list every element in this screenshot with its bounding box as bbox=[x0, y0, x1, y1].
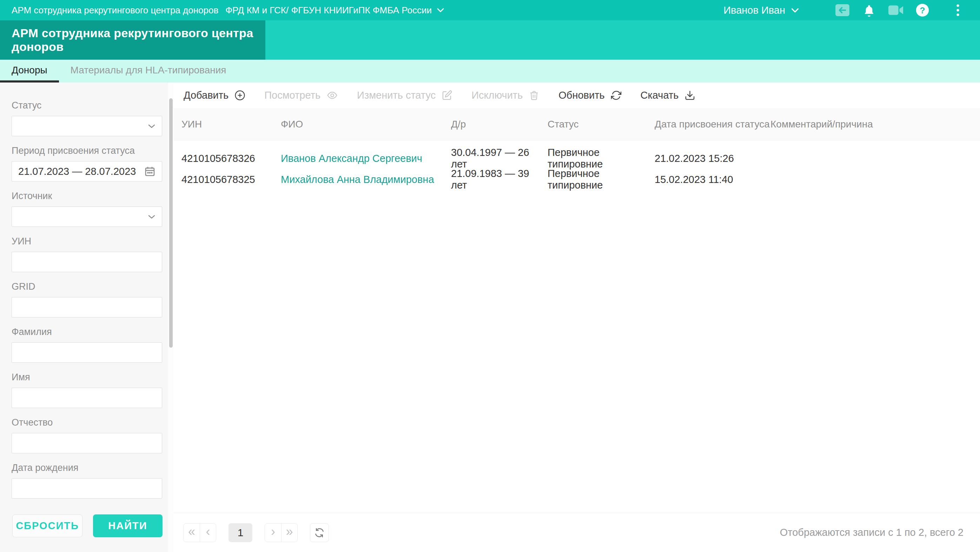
column-header-status-date: Дата присвоения статуса bbox=[655, 119, 770, 130]
firstname-label: Имя bbox=[11, 372, 162, 383]
cell-uin: 4210105678325 bbox=[181, 174, 281, 185]
tab-strip: Доноры Материалы для HLA-типирования bbox=[0, 60, 980, 83]
filter-actions: СБРОСИТЬ НАЙТИ bbox=[12, 514, 162, 537]
page-title: АРМ сотрудника рекрутингового центра дон… bbox=[11, 26, 266, 54]
edit-icon bbox=[442, 90, 452, 101]
filters-sidebar: Статус Период присвоения статуса 21.07.2… bbox=[0, 83, 174, 552]
tab-hla-materials[interactable]: Материалы для HLA-типирования bbox=[59, 60, 238, 83]
change-status-button[interactable]: Изменить статус bbox=[357, 89, 452, 101]
prev-page-button[interactable]: ‹ bbox=[200, 523, 216, 542]
view-button[interactable]: Посмотреть bbox=[264, 89, 338, 101]
add-button[interactable]: Добавить bbox=[184, 89, 245, 101]
table-row[interactable]: 4210105678326 Иванов Александр Сергеевич… bbox=[174, 147, 980, 168]
tab-label: Доноры bbox=[11, 65, 48, 76]
status-label: Статус bbox=[11, 100, 162, 111]
table-row[interactable]: 4210105678325 Михайлова Анна Владимировн… bbox=[174, 168, 980, 189]
cell-status-date: 15.02.2023 11:40 bbox=[655, 174, 770, 185]
chevron-down-icon bbox=[148, 215, 156, 219]
sidebar-scrollbar-thumb[interactable] bbox=[169, 98, 173, 348]
donor-name-link[interactable]: Иванов Александр Сергеевич bbox=[281, 153, 422, 164]
top-app-bar: АРМ сотрудника рекрутингового центра дон… bbox=[0, 0, 980, 20]
table-footer: « ‹ 1 › » Отображаются записи с 1 по 2, … bbox=[174, 513, 980, 552]
pagination-forward-group: › » bbox=[265, 523, 298, 542]
video-camera-icon[interactable] bbox=[888, 2, 904, 18]
lastname-label: Фамилия bbox=[11, 327, 162, 337]
calendar-icon[interactable] bbox=[144, 166, 156, 177]
firstname-input[interactable] bbox=[11, 388, 162, 408]
trash-icon bbox=[528, 90, 539, 101]
user-name: Иванов Иван bbox=[724, 5, 785, 16]
birthdate-label: Дата рождения bbox=[11, 463, 162, 473]
table-body: 4210105678326 Иванов Александр Сергеевич… bbox=[174, 140, 980, 189]
find-button[interactable]: НАЙТИ bbox=[93, 514, 162, 537]
button-label: Посмотреть bbox=[264, 89, 320, 101]
refresh-button[interactable]: Обновить bbox=[558, 89, 621, 101]
button-label: Изменить статус bbox=[357, 89, 436, 101]
grid-label: GRID bbox=[11, 281, 162, 292]
tab-label: Материалы для HLA-типирования bbox=[70, 65, 226, 76]
first-page-button[interactable]: « bbox=[184, 523, 200, 542]
last-page-button[interactable]: » bbox=[281, 523, 297, 542]
button-label: Обновить bbox=[558, 89, 605, 101]
column-header-dob: Д/р bbox=[451, 119, 547, 130]
lastname-input[interactable] bbox=[11, 342, 162, 363]
column-header-comment: Комментарий/причина bbox=[770, 119, 980, 130]
grid-input[interactable] bbox=[11, 297, 162, 317]
button-label: Добавить bbox=[184, 89, 229, 101]
download-button[interactable]: Скачать bbox=[641, 89, 696, 101]
status-select[interactable] bbox=[11, 116, 162, 136]
svg-text:?: ? bbox=[920, 6, 925, 15]
button-label: Скачать bbox=[641, 89, 679, 101]
uin-input[interactable] bbox=[11, 252, 162, 272]
exit-folder-icon[interactable] bbox=[834, 2, 851, 18]
period-label: Период присвоения статуса bbox=[11, 145, 162, 156]
cell-status: Первичное типировние bbox=[547, 147, 655, 170]
cell-dob: 21.09.1983 — 39 лет bbox=[451, 168, 547, 191]
refresh-icon bbox=[611, 90, 622, 101]
donor-name-link[interactable]: Михайлова Анна Владимировна bbox=[281, 174, 434, 185]
uin-label: УИН bbox=[11, 236, 162, 247]
next-page-button[interactable]: › bbox=[265, 523, 281, 542]
button-label: Исключить bbox=[471, 89, 523, 101]
table-toolbar: Добавить Посмотреть Изменить статус Искл… bbox=[174, 83, 980, 108]
download-icon bbox=[684, 90, 695, 101]
user-menu[interactable]: Иванов Иван bbox=[724, 5, 799, 16]
header-band: АРМ сотрудника рекрутингового центра дон… bbox=[0, 20, 980, 60]
filters-form: Статус Период присвоения статуса 21.07.2… bbox=[0, 83, 174, 499]
cell-status-date: 21.02.2023 15:26 bbox=[655, 153, 770, 164]
source-select[interactable] bbox=[11, 206, 162, 227]
refresh-icon bbox=[314, 527, 325, 538]
topbar-actions: Иванов Иван ? bbox=[724, 2, 966, 18]
tab-donors[interactable]: Доноры bbox=[0, 60, 59, 83]
records-summary: Отображаются записи с 1 по 2, всего 2 bbox=[780, 527, 964, 538]
sidebar-scrollbar-track[interactable] bbox=[168, 83, 174, 552]
topbar-org-name: ФРД КМ и ГСК/ ФГБУН КНИИГиПК ФМБА России bbox=[225, 5, 432, 16]
chevron-down-icon bbox=[148, 124, 156, 129]
main-area: Статус Период присвоения статуса 21.07.2… bbox=[0, 83, 980, 552]
pagination-back-group: « ‹ bbox=[183, 523, 216, 542]
content-area: Добавить Посмотреть Изменить статус Искл… bbox=[174, 83, 980, 552]
reload-table-button[interactable] bbox=[310, 523, 329, 542]
cell-uin: 4210105678326 bbox=[181, 153, 281, 164]
topbar-titles: АРМ сотрудника рекрутингового центра дон… bbox=[11, 5, 444, 16]
birthdate-input[interactable] bbox=[11, 478, 162, 499]
column-header-uin: УИН bbox=[181, 119, 281, 130]
chevron-down-icon bbox=[437, 8, 444, 13]
period-date-range-input[interactable]: 21.07.2023 — 28.07.2023 bbox=[11, 161, 162, 182]
reset-button[interactable]: СБРОСИТЬ bbox=[12, 514, 83, 537]
topbar-app-title: АРМ сотрудника рекрутингового центра дон… bbox=[11, 5, 218, 16]
exclude-button[interactable]: Исключить bbox=[471, 89, 539, 101]
period-value: 21.07.2023 — 28.07.2023 bbox=[18, 166, 136, 177]
org-selector[interactable]: ФРД КМ и ГСК/ ФГБУН КНИИГиПК ФМБА России bbox=[225, 5, 444, 16]
cell-dob: 30.04.1997 — 26 лет bbox=[451, 147, 547, 170]
current-page-button[interactable]: 1 bbox=[229, 523, 252, 542]
patronymic-input[interactable] bbox=[11, 433, 162, 453]
help-icon[interactable]: ? bbox=[914, 2, 931, 18]
cell-status: Первичное типировние bbox=[547, 168, 655, 191]
kebab-menu-icon[interactable] bbox=[950, 2, 966, 18]
eye-icon bbox=[326, 90, 338, 101]
pagination: « ‹ 1 › » bbox=[183, 523, 329, 542]
chevron-down-icon bbox=[791, 8, 799, 13]
bell-icon[interactable] bbox=[861, 2, 877, 18]
plus-circle-icon bbox=[234, 90, 245, 101]
